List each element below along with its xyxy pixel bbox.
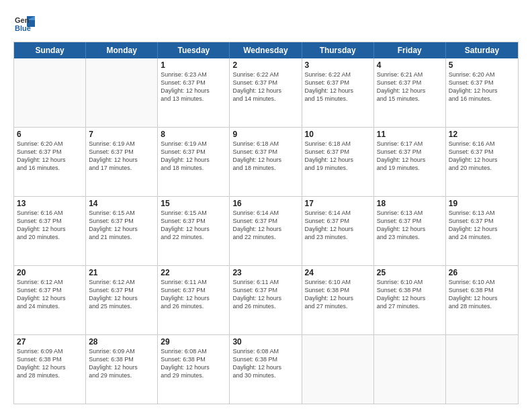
calendar-cell: 10Sunrise: 6:18 AM Sunset: 6:37 PM Dayli… <box>302 128 374 196</box>
svg-text:Gen: Gen <box>15 16 30 24</box>
calendar-row: 13Sunrise: 6:16 AM Sunset: 6:37 PM Dayli… <box>14 197 518 266</box>
calendar-row: 27Sunrise: 6:09 AM Sunset: 6:38 PM Dayli… <box>14 335 518 404</box>
calendar-row: 6Sunrise: 6:20 AM Sunset: 6:37 PM Daylig… <box>14 128 518 197</box>
logo-icon: Gen Blue <box>13 11 38 35</box>
day-number: 18 <box>377 199 443 208</box>
calendar-cell: 16Sunrise: 6:14 AM Sunset: 6:37 PM Dayli… <box>230 197 302 265</box>
day-info: Sunrise: 6:17 AM Sunset: 6:37 PM Dayligh… <box>377 140 443 173</box>
day-info: Sunrise: 6:23 AM Sunset: 6:37 PM Dayligh… <box>161 71 226 103</box>
day-info: Sunrise: 6:14 AM Sunset: 6:37 PM Dayligh… <box>232 209 298 242</box>
day-number: 22 <box>161 268 226 277</box>
day-info: Sunrise: 6:10 AM Sunset: 6:38 PM Dayligh… <box>449 278 515 311</box>
day-info: Sunrise: 6:10 AM Sunset: 6:38 PM Dayligh… <box>305 278 371 311</box>
day-info: Sunrise: 6:20 AM Sunset: 6:37 PM Dayligh… <box>17 140 83 173</box>
weekday-header: Friday <box>374 42 446 58</box>
day-number: 3 <box>305 60 371 70</box>
day-number: 16 <box>232 199 298 208</box>
day-info: Sunrise: 6:08 AM Sunset: 6:38 PM Dayligh… <box>232 347 298 380</box>
day-number: 27 <box>17 337 83 347</box>
weekday-header: Monday <box>86 42 158 58</box>
day-info: Sunrise: 6:13 AM Sunset: 6:37 PM Dayligh… <box>377 209 443 242</box>
day-number: 25 <box>377 268 443 277</box>
day-number: 30 <box>232 337 298 347</box>
calendar-cell: 4Sunrise: 6:21 AM Sunset: 6:37 PM Daylig… <box>374 58 446 127</box>
day-number: 8 <box>161 130 226 139</box>
day-info: Sunrise: 6:19 AM Sunset: 6:37 PM Dayligh… <box>161 140 226 173</box>
calendar-cell <box>86 58 158 127</box>
calendar-cell: 29Sunrise: 6:08 AM Sunset: 6:38 PM Dayli… <box>158 335 230 404</box>
day-number: 4 <box>377 60 443 70</box>
day-info: Sunrise: 6:22 AM Sunset: 6:37 PM Dayligh… <box>305 71 371 103</box>
calendar-cell: 24Sunrise: 6:10 AM Sunset: 6:38 PM Dayli… <box>302 266 374 334</box>
calendar-cell: 23Sunrise: 6:11 AM Sunset: 6:37 PM Dayli… <box>230 266 302 334</box>
calendar-cell: 25Sunrise: 6:10 AM Sunset: 6:38 PM Dayli… <box>374 266 446 334</box>
calendar-cell: 14Sunrise: 6:15 AM Sunset: 6:37 PM Dayli… <box>86 197 158 265</box>
day-info: Sunrise: 6:11 AM Sunset: 6:37 PM Dayligh… <box>161 278 226 311</box>
calendar-cell: 30Sunrise: 6:08 AM Sunset: 6:38 PM Dayli… <box>230 335 302 404</box>
day-info: Sunrise: 6:21 AM Sunset: 6:37 PM Dayligh… <box>377 71 443 103</box>
day-number: 28 <box>89 337 154 347</box>
calendar-cell <box>302 335 374 404</box>
day-number: 24 <box>305 268 371 277</box>
weekday-header: Wednesday <box>230 42 302 58</box>
calendar-cell: 8Sunrise: 6:19 AM Sunset: 6:37 PM Daylig… <box>158 128 230 196</box>
calendar-cell: 2Sunrise: 6:22 AM Sunset: 6:37 PM Daylig… <box>230 58 302 127</box>
day-number: 21 <box>89 268 154 277</box>
day-number: 7 <box>89 130 154 139</box>
page: Gen Blue SundayMondayTuesdayWednesdayThu… <box>0 0 532 411</box>
calendar-header: SundayMondayTuesdayWednesdayThursdayFrid… <box>14 42 518 58</box>
calendar-cell: 19Sunrise: 6:13 AM Sunset: 6:37 PM Dayli… <box>446 197 518 265</box>
day-info: Sunrise: 6:16 AM Sunset: 6:37 PM Dayligh… <box>449 140 515 173</box>
day-info: Sunrise: 6:12 AM Sunset: 6:37 PM Dayligh… <box>17 278 83 311</box>
day-number: 2 <box>232 60 298 70</box>
day-info: Sunrise: 6:18 AM Sunset: 6:37 PM Dayligh… <box>305 140 371 173</box>
day-number: 1 <box>161 60 226 70</box>
day-number: 20 <box>17 268 83 277</box>
calendar-cell: 27Sunrise: 6:09 AM Sunset: 6:38 PM Dayli… <box>14 335 86 404</box>
day-info: Sunrise: 6:19 AM Sunset: 6:37 PM Dayligh… <box>89 140 154 173</box>
day-info: Sunrise: 6:18 AM Sunset: 6:37 PM Dayligh… <box>232 140 298 173</box>
calendar-row: 20Sunrise: 6:12 AM Sunset: 6:37 PM Dayli… <box>14 266 518 335</box>
day-info: Sunrise: 6:15 AM Sunset: 6:37 PM Dayligh… <box>161 209 226 242</box>
day-info: Sunrise: 6:22 AM Sunset: 6:37 PM Dayligh… <box>232 71 298 103</box>
calendar-cell: 13Sunrise: 6:16 AM Sunset: 6:37 PM Dayli… <box>14 197 86 265</box>
calendar-cell: 12Sunrise: 6:16 AM Sunset: 6:37 PM Dayli… <box>446 128 518 196</box>
day-number: 11 <box>377 130 443 139</box>
day-info: Sunrise: 6:14 AM Sunset: 6:37 PM Dayligh… <box>305 209 371 242</box>
day-info: Sunrise: 6:16 AM Sunset: 6:37 PM Dayligh… <box>17 209 83 242</box>
weekday-header: Sunday <box>14 42 86 58</box>
calendar: SundayMondayTuesdayWednesdayThursdayFrid… <box>13 42 519 404</box>
weekday-header: Saturday <box>446 42 518 58</box>
calendar-row: 1Sunrise: 6:23 AM Sunset: 6:37 PM Daylig… <box>14 58 518 128</box>
day-number: 6 <box>17 130 83 139</box>
calendar-cell <box>14 58 86 127</box>
weekday-header: Thursday <box>302 42 374 58</box>
calendar-cell: 11Sunrise: 6:17 AM Sunset: 6:37 PM Dayli… <box>374 128 446 196</box>
day-number: 12 <box>449 130 515 139</box>
day-info: Sunrise: 6:13 AM Sunset: 6:37 PM Dayligh… <box>449 209 515 242</box>
day-number: 26 <box>449 268 515 277</box>
calendar-cell: 5Sunrise: 6:20 AM Sunset: 6:37 PM Daylig… <box>446 58 518 127</box>
calendar-cell: 20Sunrise: 6:12 AM Sunset: 6:37 PM Dayli… <box>14 266 86 334</box>
calendar-body: 1Sunrise: 6:23 AM Sunset: 6:37 PM Daylig… <box>14 58 518 404</box>
day-info: Sunrise: 6:10 AM Sunset: 6:38 PM Dayligh… <box>377 278 443 311</box>
calendar-cell: 9Sunrise: 6:18 AM Sunset: 6:37 PM Daylig… <box>230 128 302 196</box>
weekday-header: Tuesday <box>158 42 230 58</box>
day-number: 19 <box>449 199 515 208</box>
calendar-cell: 3Sunrise: 6:22 AM Sunset: 6:37 PM Daylig… <box>302 58 374 127</box>
day-number: 14 <box>89 199 154 208</box>
calendar-cell: 15Sunrise: 6:15 AM Sunset: 6:37 PM Dayli… <box>158 197 230 265</box>
day-info: Sunrise: 6:08 AM Sunset: 6:38 PM Dayligh… <box>161 347 226 380</box>
day-info: Sunrise: 6:20 AM Sunset: 6:37 PM Dayligh… <box>449 71 515 103</box>
calendar-cell <box>446 335 518 404</box>
calendar-cell: 17Sunrise: 6:14 AM Sunset: 6:37 PM Dayli… <box>302 197 374 265</box>
svg-text:Blue: Blue <box>15 24 31 32</box>
calendar-cell: 21Sunrise: 6:12 AM Sunset: 6:37 PM Dayli… <box>86 266 158 334</box>
calendar-cell: 22Sunrise: 6:11 AM Sunset: 6:37 PM Dayli… <box>158 266 230 334</box>
calendar-cell: 18Sunrise: 6:13 AM Sunset: 6:37 PM Dayli… <box>374 197 446 265</box>
day-number: 17 <box>305 199 371 208</box>
calendar-cell: 6Sunrise: 6:20 AM Sunset: 6:37 PM Daylig… <box>14 128 86 196</box>
day-info: Sunrise: 6:09 AM Sunset: 6:38 PM Dayligh… <box>89 347 154 380</box>
calendar-cell: 28Sunrise: 6:09 AM Sunset: 6:38 PM Dayli… <box>86 335 158 404</box>
logo: Gen Blue <box>13 11 40 35</box>
